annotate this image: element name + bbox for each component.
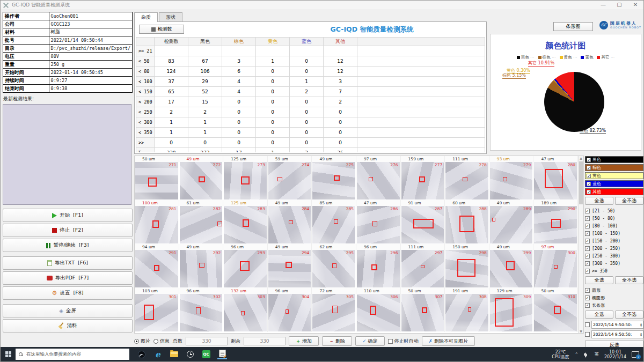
color-filter-黑色[interactable]: ✓黑色 xyxy=(585,156,643,163)
range-select-none-button[interactable]: 全不选 xyxy=(615,276,643,284)
grid-cell[interactable]: 97 um300 xyxy=(533,244,578,288)
delete-invisible-button[interactable]: ✗删除不可见图片 xyxy=(422,336,475,346)
detection-image[interactable]: 284 xyxy=(268,206,311,243)
close-button[interactable]: ✕ xyxy=(627,1,643,10)
grid-cell[interactable]: 96 um304 xyxy=(268,288,312,332)
add-button[interactable]: ＋增加 xyxy=(289,336,319,346)
remain-input[interactable]: 330 xyxy=(244,337,286,345)
checkbox-icon[interactable]: ✓ xyxy=(585,295,590,300)
export-txt-button[interactable]: 导出TXT [F6] xyxy=(3,256,133,270)
grid-scrollbar[interactable]: ▲▼ xyxy=(578,156,583,333)
detection-image[interactable]: 279 xyxy=(490,162,533,200)
ime-indicator[interactable]: 英 xyxy=(595,351,599,357)
clock-datetime[interactable]: 10:012022/1/14 xyxy=(604,350,626,359)
detection-image[interactable]: 281 xyxy=(135,206,178,243)
color-select-none-button[interactable]: 全不选 xyxy=(615,197,643,205)
range-filter[interactable]: ✓[50 - 80) xyxy=(585,215,643,222)
detection-image[interactable]: 275 xyxy=(312,162,355,200)
grid-cell[interactable]: 85 um285 xyxy=(312,200,356,244)
checkbox-icon[interactable]: ✓ xyxy=(585,246,590,251)
detection-image[interactable]: 288 xyxy=(445,206,488,243)
radio-info-icon[interactable] xyxy=(153,339,158,344)
grid-cell[interactable]: 50 um310 xyxy=(533,288,578,332)
detection-image[interactable]: 292 xyxy=(180,250,223,287)
checkbox-icon[interactable]: ✓ xyxy=(585,269,590,274)
grid-cell[interactable]: 97 um276 xyxy=(356,156,401,200)
detection-image[interactable]: 305 xyxy=(312,294,355,331)
taskbar-search-input[interactable]: 在这里输入你要搜索的内容 xyxy=(16,349,129,360)
detection-image[interactable]: 295 xyxy=(312,250,355,287)
export-pdf-button[interactable]: 导出PDF [F7] xyxy=(3,271,133,285)
maximize-button[interactable]: ▢ xyxy=(611,1,627,10)
grid-cell[interactable]: 96 um296 xyxy=(356,244,401,288)
detection-image[interactable]: 290 xyxy=(534,206,577,243)
stop-button[interactable]: 停止 [F2] xyxy=(3,224,133,237)
clear-material-button[interactable]: 清料 xyxy=(3,319,133,333)
edge-icon[interactable]: e xyxy=(153,350,163,359)
range-select-all-button[interactable]: 全选 xyxy=(585,276,613,284)
fullscreen-button[interactable]: ◈全屏 xyxy=(3,304,133,317)
detection-image[interactable]: 285 xyxy=(312,206,355,243)
cpu-temp-indicator[interactable]: 22℃CPU温度 xyxy=(552,350,569,359)
radio-info[interactable]: 信息 xyxy=(153,338,170,345)
detection-image[interactable]: 296 xyxy=(357,250,400,287)
notification-icon[interactable]: 2 xyxy=(632,351,639,358)
checkbox-icon[interactable]: ✓ xyxy=(587,190,591,194)
color-filter-蓝色[interactable]: ✓蓝色 xyxy=(585,180,643,187)
tab-杂质[interactable]: 杂质 xyxy=(134,12,158,22)
detection-image[interactable]: 276 xyxy=(357,162,400,200)
range-filter[interactable]: ✓[100 - 150) xyxy=(585,230,643,237)
datetime-start-input[interactable]: 2022/1/14 9:50:50:▲▼ xyxy=(591,321,643,329)
detection-image[interactable]: 286 xyxy=(357,206,400,243)
start-button[interactable]: 开始 [F1] xyxy=(3,209,133,222)
radio-image-icon[interactable] xyxy=(134,339,139,344)
grid-cell[interactable]: 49 um284 xyxy=(268,200,312,244)
grid-cell[interactable]: 150 um298 xyxy=(445,244,489,288)
detection-image[interactable]: 304 xyxy=(268,294,311,331)
grid-cell[interactable]: 111 um297 xyxy=(401,244,445,288)
checkbox-icon[interactable]: ✓ xyxy=(585,254,590,258)
shape-filter-长条形[interactable]: ✓长条形 xyxy=(585,301,643,309)
detection-image[interactable]: 272 xyxy=(180,162,223,200)
grid-cell[interactable]: 111 um278 xyxy=(445,156,489,200)
checkbox-icon[interactable]: ✓ xyxy=(587,182,591,186)
checkbox-icon[interactable]: ✓ xyxy=(587,158,591,162)
total-input[interactable]: 330 xyxy=(186,337,228,345)
spinner-icon[interactable]: ▲▼ xyxy=(640,333,642,337)
grid-cell[interactable]: 49 um292 xyxy=(179,244,224,288)
detection-image[interactable]: 308 xyxy=(445,294,488,331)
range-filter[interactable]: ✓[300 - 350) xyxy=(585,260,643,267)
color-select-all-button[interactable]: 全选 xyxy=(585,197,613,205)
grid-cell[interactable]: 191 um308 xyxy=(445,288,489,332)
detection-image[interactable]: 298 xyxy=(445,250,488,287)
range-filter[interactable]: ✓[200 - 250) xyxy=(585,245,643,252)
bar-chart-button[interactable]: 条形图 xyxy=(553,22,593,31)
speaker-icon[interactable] xyxy=(584,352,589,357)
grid-cell[interactable]: 91 um287 xyxy=(401,200,445,244)
count-button[interactable]: 检测数 xyxy=(139,25,184,34)
auto-on-stop-checkbox[interactable]: 停止时自动 xyxy=(388,338,419,345)
range-filter[interactable]: ✓[150 - 200) xyxy=(585,237,643,245)
tab-形状[interactable]: 形状 xyxy=(159,12,182,22)
shape-select-all-button[interactable]: 全选 xyxy=(585,311,613,319)
clock-app-icon[interactable] xyxy=(185,350,195,359)
range-filter[interactable]: ✓[250 - 300) xyxy=(585,252,643,260)
radio-image[interactable]: 图片 xyxy=(134,338,150,345)
grid-cell[interactable]: 62 um295 xyxy=(312,244,356,288)
scrollbar-thumb[interactable] xyxy=(579,161,583,204)
detection-image[interactable]: 280 xyxy=(534,162,577,200)
detection-image[interactable]: 289 xyxy=(490,206,533,243)
detection-image[interactable]: 309 xyxy=(490,294,533,331)
spinner-icon[interactable]: ▲▼ xyxy=(640,323,642,327)
color-filter-棕色[interactable]: ✓棕色 xyxy=(585,164,643,171)
checkbox-icon[interactable]: ✓ xyxy=(585,239,590,243)
grid-cell[interactable]: 47 um286 xyxy=(356,200,401,244)
detection-image[interactable]: 301 xyxy=(135,294,178,331)
datetime-start-checkbox[interactable] xyxy=(585,322,590,327)
datetime-end-input[interactable]: 2022/1/14 9:50:50:▲▼ xyxy=(591,330,643,338)
grid-cell[interactable]: 49 um299 xyxy=(489,244,534,288)
detection-image[interactable]: 306 xyxy=(357,294,400,331)
grid-cell[interactable]: 93 um279 xyxy=(489,156,534,200)
detection-image[interactable]: 271 xyxy=(135,162,178,200)
grid-cell[interactable]: 49 um272 xyxy=(179,156,224,200)
